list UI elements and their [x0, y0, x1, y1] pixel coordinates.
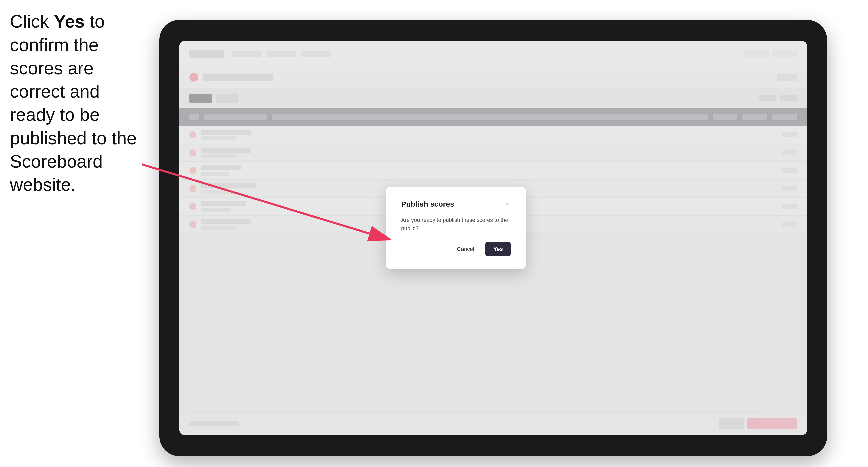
tablet-screen: Publish scores × Are you ready to publis… — [179, 41, 807, 435]
modal-close-button[interactable]: × — [503, 200, 511, 208]
modal-body: Are you ready to publish these scores to… — [401, 216, 511, 232]
instruction-text-part2: to confirm the scores are correct and re… — [10, 11, 136, 195]
modal-dialog: Publish scores × Are you ready to publis… — [386, 187, 526, 269]
yes-button[interactable]: Yes — [485, 242, 511, 256]
instruction-text: Click Yes to confirm the scores are corr… — [10, 10, 150, 197]
instruction-text-part1: Click — [10, 11, 54, 31]
modal-header: Publish scores × — [401, 200, 511, 208]
tablet-device: Publish scores × Are you ready to publis… — [159, 20, 827, 456]
cancel-button[interactable]: Cancel — [450, 242, 481, 256]
modal-footer: Cancel Yes — [401, 242, 511, 256]
modal-title: Publish scores — [401, 200, 454, 208]
instruction-bold-yes: Yes — [54, 11, 85, 31]
modal-overlay: Publish scores × Are you ready to publis… — [179, 41, 807, 435]
